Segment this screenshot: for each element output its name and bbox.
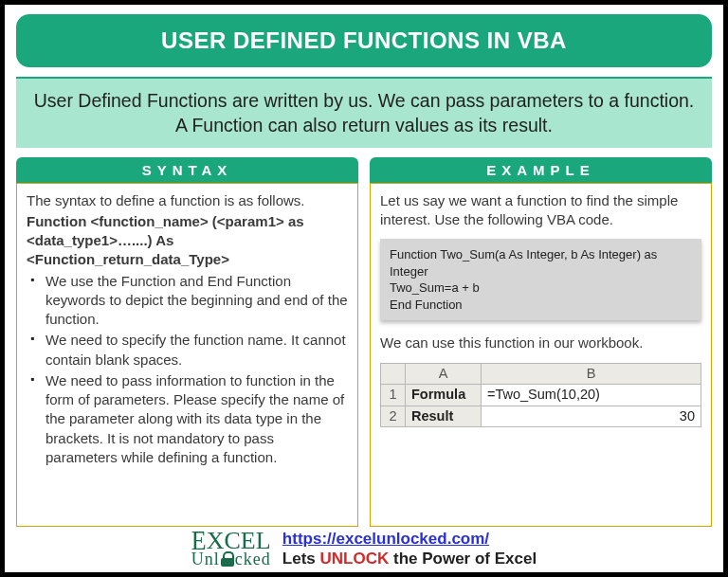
- example-body: Let us say we want a function to find th…: [370, 183, 712, 527]
- tagline-pre: Lets: [282, 550, 320, 568]
- code-line: End Function: [390, 297, 692, 314]
- corner-cell: [381, 363, 406, 385]
- logo-bottom-post: cked: [235, 551, 271, 567]
- cell-b2: 30: [482, 406, 701, 427]
- syntax-bullet: We need to specify the function name. It…: [28, 331, 348, 370]
- brand-logo: EXCEL Unl cked: [191, 530, 271, 568]
- tagline-post: the Power of Excel: [389, 550, 537, 568]
- row-header-1: 1: [381, 385, 406, 406]
- example-after-code: We can use this function in our workbook…: [380, 334, 701, 352]
- logo-top: EXCEL: [191, 530, 271, 551]
- cell-a2: Result: [406, 406, 482, 427]
- spreadsheet-table: A B 1 Formula =Two_Sum(10,20) 2 Result 3…: [380, 363, 701, 428]
- syntax-column: SYNTAX The syntax to define a function i…: [16, 157, 358, 527]
- footer: EXCEL Unl cked https://excelunlocked.com…: [16, 527, 712, 569]
- page-title: USER DEFINED FUNCTIONS IN VBA: [16, 14, 712, 67]
- syntax-intro: The syntax to define a function is as fo…: [27, 191, 348, 210]
- cell-a1: Formula: [406, 385, 482, 406]
- page-subtitle: User Defined Functions are written by us…: [16, 77, 712, 148]
- tagline-unlock: UNLOCK: [320, 550, 390, 568]
- syntax-bullet: We use the Function and End Function key…: [28, 272, 348, 330]
- cell-b1: =Two_Sum(10,20): [482, 385, 701, 406]
- footer-text: https://excelunlocked.com/ Lets UNLOCK t…: [282, 529, 537, 569]
- syntax-bullet: We need to pass information to function …: [28, 371, 348, 467]
- lock-icon: [221, 551, 234, 567]
- syntax-bullets: We use the Function and End Function key…: [27, 272, 348, 468]
- col-header-a: A: [406, 363, 482, 385]
- example-column: EXAMPLE Let us say we want a function to…: [370, 157, 712, 527]
- code-line: Two_Sum=a + b: [390, 279, 692, 297]
- col-header-b: B: [482, 363, 701, 385]
- syntax-body: The syntax to define a function is as fo…: [16, 183, 358, 527]
- syntax-definition: Function <function_name> (<param1> as <d…: [27, 212, 348, 270]
- code-line: Function Two_Sum(a As Integer, b As Inte…: [390, 246, 692, 279]
- footer-link[interactable]: https://excelunlocked.com/: [282, 530, 489, 548]
- example-header: EXAMPLE: [370, 157, 712, 183]
- content-columns: SYNTAX The syntax to define a function i…: [16, 157, 712, 527]
- syntax-header: SYNTAX: [16, 157, 358, 183]
- vba-code-block: Function Two_Sum(a As Integer, b As Inte…: [380, 239, 701, 320]
- example-intro: Let us say we want a function to find th…: [380, 191, 701, 230]
- row-header-2: 2: [381, 406, 406, 427]
